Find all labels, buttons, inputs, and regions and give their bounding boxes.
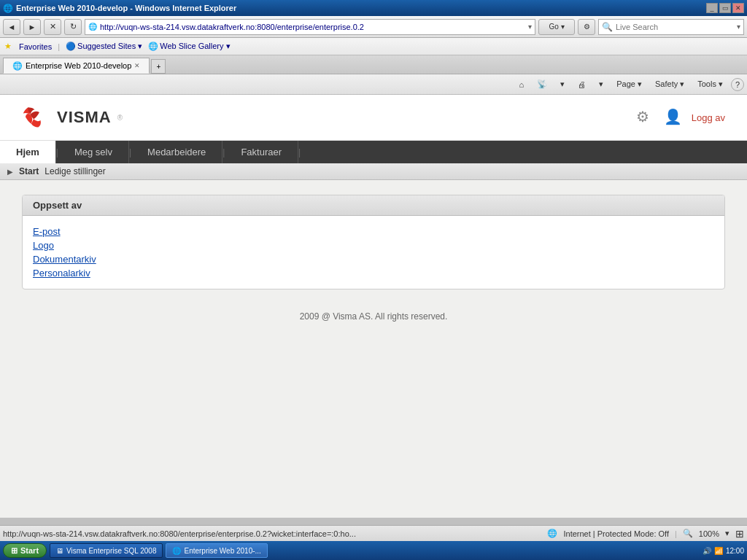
forward-button[interactable]: ► — [23, 19, 41, 35]
submenu-start[interactable]: Start — [19, 166, 39, 176]
web-slice-icon: 🌐 — [148, 42, 158, 51]
ie-logo-icon: 🌐 — [3, 4, 13, 13]
compatibility-button[interactable]: ⚙ — [578, 19, 595, 35]
live-search-icon: 🔍 — [602, 22, 613, 32]
address-icon: 🌐 — [88, 23, 97, 31]
ie-blue-icon: 🔵 — [66, 42, 76, 51]
submenu-bar: ▶ Start Ledige stillinger — [0, 163, 747, 180]
oppsett-body: E-post Logo Dokumentarkiv Personalarkiv — [23, 216, 724, 289]
tab-favicon: 🌐 — [12, 61, 23, 71]
title-text: 🌐 Enterprise Web 2010-develop - Windows … — [3, 4, 236, 13]
back-button[interactable]: ◄ — [3, 19, 20, 35]
search-go-button[interactable]: ▾ — [737, 23, 740, 31]
search-bar: 🔍 ▾ — [598, 19, 744, 35]
nav-item-fakturaer[interactable]: Fakturaer — [225, 141, 298, 163]
home-toolbar-button[interactable]: ⌂ — [514, 78, 530, 91]
safety-button[interactable]: Safety ▾ — [650, 77, 689, 91]
visma-text: VISMA — [57, 108, 112, 127]
visma-logo: VISMA ® — [22, 106, 123, 128]
new-tab-button[interactable]: + — [151, 59, 166, 74]
print-dropdown[interactable]: ▾ — [594, 77, 608, 91]
restore-button[interactable]: ▭ — [719, 3, 731, 13]
app-footer: 2009 @ Visma AS. All rights reserved. — [22, 311, 725, 336]
header-right: ⚙ 👤 Logg av — [636, 108, 725, 127]
address-bar: 🌐 ▾ — [85, 19, 535, 35]
browser-tab[interactable]: 🌐 Enterprise Web 2010-develop ✕ — [3, 58, 150, 74]
suggested-sites-link[interactable]: 🔵 Suggested Sites ▾ — [66, 42, 142, 51]
oppsett-link-logo[interactable]: Logo — [33, 240, 714, 251]
tab-close-button[interactable]: ✕ — [134, 62, 140, 69]
search-input[interactable] — [616, 23, 734, 31]
page-button[interactable]: Page ▾ — [611, 77, 647, 91]
main-content: VISMA ® ⚙ 👤 Logg av Hjem | Meg selv | Me… — [0, 95, 747, 518]
oppsett-link-epost[interactable]: E-post — [33, 226, 714, 237]
fav-separator: | — [58, 42, 60, 51]
submenu-arrow-icon: ▶ — [7, 168, 13, 176]
tools-button[interactable]: Tools ▾ — [692, 77, 728, 91]
tab-bar: 🌐 Enterprise Web 2010-develop ✕ + — [0, 55, 747, 74]
refresh-button[interactable]: ↻ — [64, 19, 82, 35]
feeds-button[interactable]: 📡 — [532, 77, 552, 91]
favorites-link[interactable]: Favorites — [19, 42, 52, 51]
user-icon[interactable]: 👤 — [664, 108, 683, 127]
oppsett-link-personalarkiv[interactable]: Personalarkiv — [33, 268, 714, 279]
visma-trademark: ® — [117, 114, 123, 122]
title-bar: 🌐 Enterprise Web 2010-develop - Windows … — [0, 0, 747, 16]
help-button[interactable]: ? — [731, 78, 744, 91]
nav-item-medarbeidere[interactable]: Medarbeidere — [131, 141, 222, 163]
visma-leaf-icon — [22, 106, 51, 128]
submenu-ledige-stillinger[interactable]: Ledige stillinger — [44, 166, 105, 176]
nav-item-hjem[interactable]: Hjem — [0, 141, 56, 163]
feeds-dropdown[interactable]: ▾ — [555, 77, 570, 91]
nav-item-meg-selv[interactable]: Meg selv — [58, 141, 129, 163]
address-dropdown[interactable]: ▾ — [528, 23, 532, 31]
content-area: Oppsett av E-post Logo Dokumentarkiv Per… — [0, 180, 747, 351]
oppsett-link-dokumentarkiv[interactable]: Dokumentarkiv — [33, 254, 714, 265]
app-nav: Hjem | Meg selv | Medarbeidere | Faktura… — [0, 141, 747, 163]
print-button[interactable]: 🖨 — [573, 78, 591, 91]
oppsett-panel: Oppsett av E-post Logo Dokumentarkiv Per… — [22, 195, 725, 289]
close-button[interactable]: ✕ — [732, 3, 744, 13]
settings-icon[interactable]: ⚙ — [636, 108, 655, 127]
address-input[interactable] — [100, 23, 528, 31]
refresh2-button[interactable]: Go ▾ — [538, 19, 575, 35]
navigation-bar: ◄ ► ✕ ↻ 🌐 ▾ Go ▾ ⚙ 🔍 ▾ — [0, 16, 747, 38]
favorites-star-icon: ★ — [4, 42, 12, 51]
ie-toolbar: ⌂ 📡 ▾ 🖨 ▾ Page ▾ Safety ▾ Tools ▾ ? — [0, 74, 747, 95]
minimize-button[interactable]: _ — [706, 3, 718, 13]
window-controls: _ ▭ ✕ — [706, 3, 744, 13]
app-header: VISMA ® ⚙ 👤 Logg av — [0, 95, 747, 141]
stop-button[interactable]: ✕ — [44, 19, 61, 35]
nav-separator-4: | — [298, 141, 301, 163]
favorites-bar: ★ Favorites | 🔵 Suggested Sites ▾ 🌐 Web … — [0, 38, 747, 55]
web-slice-gallery-link[interactable]: 🌐 Web Slice Gallery ▾ — [148, 42, 230, 51]
logg-av-link[interactable]: Logg av — [692, 112, 725, 123]
app-page: VISMA ® ⚙ 👤 Logg av Hjem | Meg selv | Me… — [0, 95, 747, 518]
oppsett-header: Oppsett av — [23, 195, 724, 216]
